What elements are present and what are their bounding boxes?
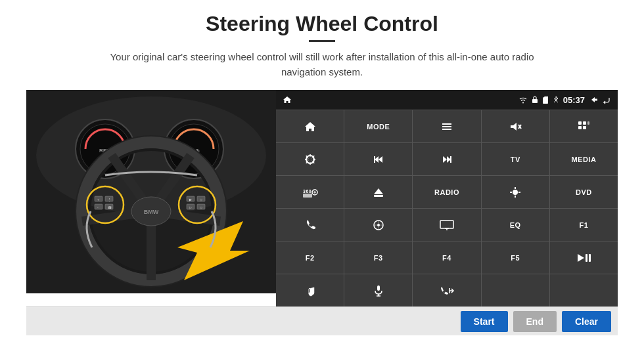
svg-rect-47 xyxy=(578,126,582,129)
clear-button[interactable]: Clear xyxy=(562,311,611,332)
svg-marker-76 xyxy=(578,254,584,262)
grid-button-call[interactable] xyxy=(413,274,480,306)
svg-rect-63 xyxy=(374,195,383,197)
end-button[interactable]: End xyxy=(513,311,557,332)
grid-button-next[interactable] xyxy=(413,143,480,175)
grid-button-prev[interactable] xyxy=(344,143,412,175)
grid-button-empty[interactable] xyxy=(550,274,618,306)
svg-text:360: 360 xyxy=(303,189,311,194)
page-container: Steering Wheel Control Your original car… xyxy=(0,0,644,357)
title-divider xyxy=(309,40,335,42)
svg-point-52 xyxy=(308,158,312,161)
svg-rect-49 xyxy=(587,121,589,125)
svg-rect-46 xyxy=(583,121,586,125)
grid-button-eject[interactable] xyxy=(344,176,412,208)
grid-button-brightness[interactable] xyxy=(482,176,549,208)
svg-rect-77 xyxy=(586,254,587,262)
grid-button-apps[interactable] xyxy=(550,110,618,142)
svg-marker-42 xyxy=(511,123,517,131)
grid-button-f2[interactable]: F2 xyxy=(276,242,344,274)
svg-rect-73 xyxy=(440,220,453,228)
svg-rect-38 xyxy=(543,98,548,104)
grid-button-media[interactable]: MEDIA xyxy=(550,143,618,175)
grid-button-f4[interactable]: F4 xyxy=(413,242,480,274)
svg-rect-48 xyxy=(583,126,586,129)
svg-marker-57 xyxy=(443,156,447,163)
grid-button-music[interactable] xyxy=(276,274,344,306)
steering-wheel-image: RPM km/h BMW xyxy=(26,90,276,293)
svg-rect-37 xyxy=(532,99,538,103)
grid-button-f5[interactable]: F5 xyxy=(482,242,549,274)
grid-button-dvd[interactable]: DVD xyxy=(550,176,618,208)
grid-button-mute[interactable] xyxy=(482,110,549,142)
svg-text:☎: ☎ xyxy=(108,205,112,209)
lock-icon xyxy=(532,96,538,104)
grid-button-tv[interactable]: TV xyxy=(482,143,549,175)
grid-button-f3[interactable]: F3 xyxy=(344,242,412,274)
svg-text:⋮: ⋮ xyxy=(108,198,111,201)
action-bar: Start End Clear xyxy=(26,306,618,335)
status-time: 05:37 xyxy=(563,95,585,105)
grid-button-screen[interactable] xyxy=(413,209,480,241)
svg-text:BMW: BMW xyxy=(144,209,159,215)
grid-button-mode[interactable]: MODE xyxy=(344,110,412,142)
grid-button-empty[interactable] xyxy=(482,274,549,306)
radio-panel: 05:37 MODETVMEDIA360RADIODVDEQF1F2F3F4F5 xyxy=(276,90,618,306)
status-left xyxy=(283,95,292,104)
svg-text:▷: ▷ xyxy=(189,205,192,209)
svg-rect-78 xyxy=(589,254,591,262)
grid-button-list[interactable] xyxy=(413,110,480,142)
back-icon xyxy=(589,95,598,104)
grid-button-radio[interactable]: RADIO xyxy=(413,176,480,208)
bt-icon xyxy=(553,96,559,104)
button-grid: MODETVMEDIA360RADIODVDEQF1F2F3F4F5 xyxy=(276,110,618,306)
page-title: Steering Wheel Control xyxy=(206,12,438,36)
svg-rect-60 xyxy=(303,194,312,198)
grid-button-360cam[interactable]: 360 xyxy=(276,176,344,208)
svg-text:▶: ▶ xyxy=(189,198,192,201)
svg-rect-79 xyxy=(377,285,380,291)
grid-button-settings[interactable] xyxy=(276,143,344,175)
svg-text:◇: ◇ xyxy=(200,205,202,209)
svg-marker-62 xyxy=(374,188,383,194)
svg-text:+: + xyxy=(97,198,99,201)
grid-button-phone[interactable] xyxy=(276,209,344,241)
svg-marker-54 xyxy=(379,156,382,163)
start-button[interactable]: Start xyxy=(461,311,508,332)
status-right: 05:37 xyxy=(518,95,611,105)
grid-button-eq[interactable]: EQ xyxy=(482,209,549,241)
svg-text:◇: ◇ xyxy=(200,198,202,201)
svg-rect-45 xyxy=(578,121,582,125)
svg-point-64 xyxy=(513,190,518,195)
wifi-icon xyxy=(518,96,528,104)
content-row: RPM km/h BMW xyxy=(26,90,618,306)
status-bar: 05:37 xyxy=(276,90,618,110)
page-subtitle: Your original car's steering wheel contr… xyxy=(92,50,552,79)
grid-button-mic[interactable] xyxy=(344,274,412,306)
grid-button-playpause[interactable] xyxy=(550,242,618,274)
grid-button-home[interactable] xyxy=(276,110,344,142)
grid-button-f1[interactable]: F1 xyxy=(550,209,618,241)
sd-icon xyxy=(542,96,549,104)
grid-button-navi[interactable] xyxy=(344,209,412,241)
return-icon xyxy=(602,95,611,104)
home-status-icon xyxy=(283,95,292,104)
svg-rect-21 xyxy=(95,204,103,209)
